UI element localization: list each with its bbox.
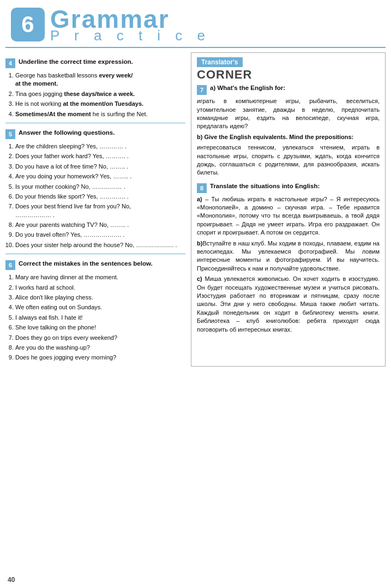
list-item: Does he goes jogging every morning? xyxy=(15,353,185,362)
section8-label-a: a) xyxy=(197,196,202,202)
list-item: He is not working at the moment/on Tuesd… xyxy=(15,100,185,108)
divider xyxy=(5,123,185,123)
list-item: Tina goes jogging these days/twice a wee… xyxy=(15,90,185,98)
section6-header: 6 Correct the mistakes in the sentences … xyxy=(5,260,185,270)
list-item: Does your sister help around the house? … xyxy=(15,241,185,249)
section8-header: 8 Translate the situations into English: xyxy=(197,183,380,193)
list-item: Alice don't like playing chess. xyxy=(15,293,185,302)
corner-title: CORNER xyxy=(197,68,380,81)
section8-item-c: c) Миша увлекается живописью. Он хочет х… xyxy=(197,275,380,334)
section5-num: 5 xyxy=(5,129,15,139)
translators-corner-label: Translator's xyxy=(197,57,380,68)
page-number: 40 xyxy=(8,576,15,584)
section4-list: George has basketball lessons every week… xyxy=(5,71,185,118)
section7: 7 a) What's the English for: играть в ко… xyxy=(197,85,380,177)
translators-label: Translator's xyxy=(197,57,243,67)
page-header: 6 Grammar P r a c t i c e xyxy=(0,0,391,47)
bold-text: every week/at the moment. xyxy=(15,72,133,87)
list-item: Are you do the washing-up? xyxy=(15,344,185,352)
section4-num: 4 xyxy=(5,58,15,68)
section7-text-a: играть в компьютерные игры, рыбачить, ве… xyxy=(197,97,380,131)
divider2 xyxy=(5,254,185,254)
list-item: Are your parents watching TV? No, …….. . xyxy=(15,221,185,229)
right-column: Translator's CORNER 7 a) What's the Engl… xyxy=(191,52,386,367)
list-item: Does your father work hard? Yes, ………. . xyxy=(15,152,185,160)
section5-list: Are the children sleeping? Yes, ………… . D… xyxy=(5,142,185,249)
section7-title: a) What's the English for: xyxy=(210,85,285,91)
list-item: We often eating out on Sundays. xyxy=(15,303,185,311)
list-item: She love talking on the phone! xyxy=(15,323,185,332)
section4-header: 4 Underline the correct time expression. xyxy=(5,58,185,68)
section4-title: Underline the correct time expression. xyxy=(19,58,133,66)
bold-text: these days/twice a week. xyxy=(64,91,135,97)
section8-item-a: a) – Ты любишь играть в настольные игры?… xyxy=(197,195,380,237)
section6-title: Correct the mistakes in the sentences be… xyxy=(19,260,153,268)
list-item: Do you travel often? Yes, ………………. . xyxy=(15,231,185,239)
list-item: Do your friends like sport? Yes, …………. . xyxy=(15,193,185,201)
section7-body: играть в компьютерные игры, рыбачить, ве… xyxy=(197,97,380,177)
main-content: 4 Underline the correct time expression.… xyxy=(0,52,391,372)
section8: 8 Translate the situations into English:… xyxy=(197,183,380,334)
title-practice: P r a c t i c e xyxy=(50,28,210,43)
list-item: George has basketball lessons every week… xyxy=(15,71,185,88)
bold-text: at the moment/on Tuesdays. xyxy=(63,100,143,107)
list-item: Are you doing your homework? Yes, …….. . xyxy=(15,172,185,181)
list-item: Does your best friend live far from you?… xyxy=(15,202,185,219)
section7-num: 7 xyxy=(197,85,207,95)
section7-bold-label: b) Give the English equivalents. Mind th… xyxy=(197,134,353,140)
list-item: Sometimes/At the moment he is surfing th… xyxy=(15,110,185,118)
section6-list: Mary are having dinner at the moment. I … xyxy=(5,273,185,362)
chapter-number: 6 xyxy=(11,8,45,41)
list-item: I works hard at school. xyxy=(15,284,185,292)
list-item: Does they go on trips every weekend? xyxy=(15,334,185,342)
section8-item-b: b)Вступайте в наш клуб. Мы ходим в поход… xyxy=(197,239,380,273)
list-item: I always eat fish. I hate it! xyxy=(15,314,185,322)
section8-label-b: b) xyxy=(197,240,202,247)
section8-body: a) – Ты любишь играть в настольные игры?… xyxy=(197,195,380,334)
section8-label-c: c) xyxy=(197,275,202,282)
left-column: 4 Underline the correct time expression.… xyxy=(5,52,185,367)
section8-title: Translate the situations into English: xyxy=(210,183,320,189)
list-item: Are the children sleeping? Yes, ………… . xyxy=(15,142,185,151)
page-title-block: Grammar P r a c t i c e xyxy=(50,7,210,43)
list-item: Do you have a lot of free time? No, ……..… xyxy=(15,163,185,171)
list-item: Mary are having dinner at the moment. xyxy=(15,273,185,281)
bold-text: Sometimes/At the moment xyxy=(15,111,91,117)
section8-num: 8 xyxy=(197,183,207,193)
section6-num: 6 xyxy=(5,260,15,270)
section7-header: 7 a) What's the English for: xyxy=(197,85,380,95)
section7-text-b: интересоваться теннисом, увлекаться чтен… xyxy=(197,143,380,177)
section5-title: Answer the following questions. xyxy=(19,129,115,137)
section5-header: 5 Answer the following questions. xyxy=(5,129,185,139)
list-item: Is your mother cooking? No, …………… . xyxy=(15,183,185,191)
section7-subtitle: b) Give the English equivalents. Mind th… xyxy=(197,133,380,141)
